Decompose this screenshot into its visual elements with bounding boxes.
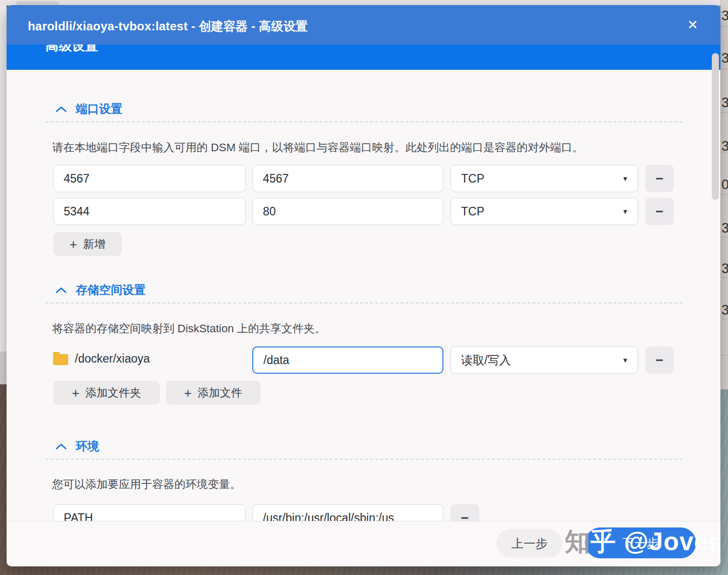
- table-row-divider: [721, 152, 728, 152]
- folder-icon: [53, 354, 68, 365]
- table-row-divider: [721, 277, 728, 278]
- permission-value: 读取/写入: [461, 352, 511, 368]
- permission-select[interactable]: 读取/写入 ▼: [450, 346, 638, 374]
- local-port-input[interactable]: [53, 165, 246, 192]
- scrolled-header-strip: 高级设置: [7, 45, 720, 70]
- dialog-scrollbar[interactable]: [712, 53, 719, 200]
- plus-icon: +: [69, 238, 77, 251]
- add-port-label: 新增: [83, 237, 106, 252]
- caret-down-icon: ▼: [622, 208, 628, 215]
- environment-section-title: 环境: [76, 438, 99, 454]
- table-row-divider: [721, 194, 728, 195]
- port-type-value: TCP: [461, 172, 484, 186]
- create-container-dialog: haroldli/xiaoya-tvbox:latest - 创建容器 - 高级…: [7, 5, 720, 566]
- port-type-select[interactable]: TCP ▼: [450, 198, 638, 225]
- background-text-fragment: 3-: [721, 95, 728, 111]
- background-text-fragment: 0-: [721, 177, 728, 193]
- table-row-divider: [721, 26, 728, 27]
- add-port-button[interactable]: + 新增: [53, 232, 122, 256]
- plus-icon: +: [184, 386, 192, 400]
- storage-section-title: 存储空间设置: [76, 282, 146, 298]
- remove-volume-row-button[interactable]: −: [645, 346, 674, 374]
- storage-description: 将容器的存储空间映射到 DiskStation 上的共享文件夹。: [52, 321, 326, 336]
- background-text-fragment: 3-: [721, 220, 728, 236]
- remove-port-row-button[interactable]: −: [645, 165, 674, 192]
- section-divider: [46, 121, 682, 122]
- background-text-fragment: 3-: [721, 8, 728, 24]
- chevron-up-icon: [56, 444, 67, 450]
- ports-section-header[interactable]: 端口设置: [56, 101, 122, 117]
- add-file-button[interactable]: + 添加文件: [166, 381, 260, 405]
- environment-section-header[interactable]: 环境: [56, 438, 99, 454]
- port-type-select[interactable]: TCP ▼: [450, 165, 638, 192]
- local-port-input[interactable]: [53, 198, 246, 225]
- dialog-titlebar: haroldli/xiaoya-tvbox:latest - 创建容器 - 高级…: [7, 5, 720, 45]
- ports-section-title: 端口设置: [76, 101, 122, 117]
- background-text-fragment: 3-: [721, 302, 728, 318]
- background-window-left-block: [0, 351, 7, 384]
- ports-description: 请在本地端口字段中输入可用的 DSM 端口，以将端口与容器端口映射。此处列出的端…: [52, 140, 583, 155]
- caret-down-icon: ▼: [622, 175, 628, 183]
- background-table-edge: 3- 3- 3- 3- 0- 3- 3- 3-: [720, 0, 728, 389]
- table-row-divider: [721, 355, 728, 356]
- table-row-divider: [721, 320, 728, 320]
- env-variable-input[interactable]: [53, 504, 246, 521]
- port-type-value: TCP: [461, 205, 484, 218]
- add-folder-label: 添加文件夹: [85, 385, 141, 401]
- background-window-left-edge: [0, 6, 7, 351]
- dialog-footer: 上一步 下一步: [7, 521, 720, 566]
- previous-step-button[interactable]: 上一步: [496, 529, 563, 558]
- environment-description: 您可以添加要应用于容器的环境变量。: [52, 477, 241, 492]
- background-text-fragment: 3-: [721, 261, 728, 277]
- section-divider: [46, 459, 682, 460]
- caret-down-icon: ▼: [622, 357, 628, 364]
- shared-folder-path: /docker/xiaoya: [75, 352, 150, 366]
- close-icon[interactable]: ✕: [687, 17, 698, 33]
- next-step-button[interactable]: 下一步: [585, 527, 696, 558]
- plus-icon: +: [72, 386, 79, 400]
- table-row-divider: [721, 69, 728, 69]
- chevron-up-icon: [56, 106, 67, 112]
- dialog-title: haroldli/xiaoya-tvbox:latest - 创建容器 - 高级…: [28, 18, 308, 34]
- container-port-input[interactable]: [252, 165, 443, 192]
- table-row-divider: [721, 237, 728, 237]
- advanced-settings-heading: 高级设置: [46, 45, 98, 55]
- remove-port-row-button[interactable]: −: [645, 198, 674, 225]
- add-file-label: 添加文件: [198, 385, 242, 401]
- table-row-divider: [721, 112, 728, 113]
- mount-path-input[interactable]: [252, 346, 443, 374]
- section-divider: [46, 302, 682, 303]
- chevron-up-icon: [56, 287, 67, 293]
- container-port-input[interactable]: [252, 198, 443, 225]
- env-value-input[interactable]: [252, 504, 443, 521]
- add-folder-button[interactable]: + 添加文件夹: [53, 381, 160, 405]
- storage-section-header[interactable]: 存储空间设置: [56, 282, 146, 298]
- remove-env-row-button[interactable]: −: [450, 504, 479, 521]
- dialog-content: 端口设置 请在本地端口字段中输入可用的 DSM 端口，以将端口与容器端口映射。此…: [7, 70, 720, 521]
- background-text-fragment: 3-: [721, 51, 728, 66]
